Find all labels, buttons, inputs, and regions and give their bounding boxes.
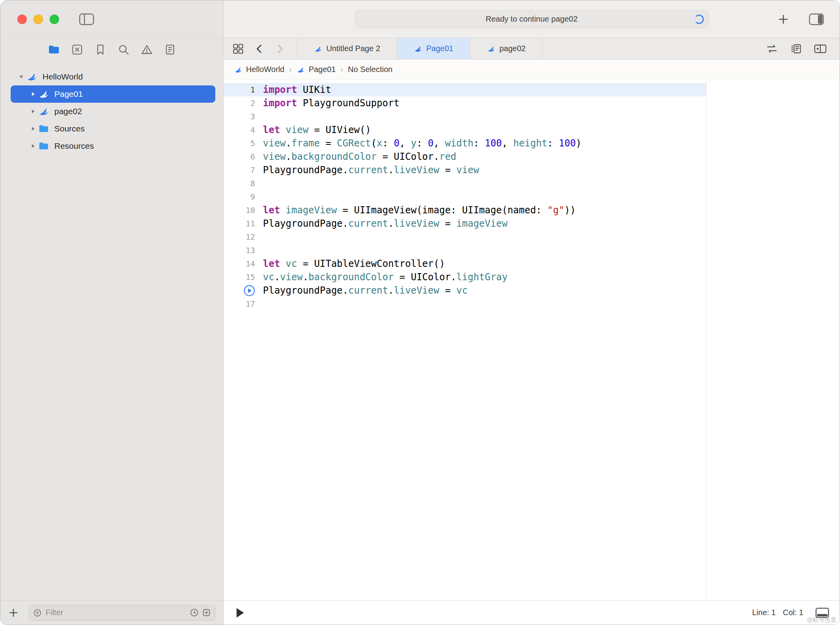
swift-page-icon (487, 44, 496, 53)
tree-item-resources[interactable]: Resources (11, 137, 215, 155)
code-line-8[interactable]: 8 (224, 177, 706, 190)
tab-bar-right-controls (766, 38, 840, 59)
run-playground-button[interactable] (235, 607, 245, 618)
line-number: 6 (224, 152, 255, 161)
line-number: 14 (224, 259, 255, 268)
swift-page-icon (414, 44, 422, 53)
run-to-line-button[interactable] (224, 285, 255, 296)
line-number: 10 (224, 205, 255, 215)
code-line-7[interactable]: 7PlaygroundPage.current.liveView = view (224, 163, 706, 177)
activity-status-pill: Ready to continue page02 (355, 10, 709, 28)
navigator-tab-strip (0, 38, 223, 61)
editor-area: Untitled Page 2Page01page02 HelloWorld›P… (224, 38, 840, 625)
disclosure-right-icon[interactable] (28, 126, 38, 132)
code-line-10[interactable]: 10let imageView = UIImageView(image: UII… (224, 203, 706, 217)
disclosure-right-icon[interactable] (28, 91, 38, 97)
line-number: 13 (224, 246, 255, 255)
line-number: 3 (224, 112, 255, 121)
swift-icon (38, 106, 51, 117)
titlebar-sidebar-section (0, 0, 224, 38)
code-text: vc.view.backgroundColor = UIColor.lightG… (255, 272, 507, 283)
swift-icon (38, 89, 51, 100)
tab-untitled-page-2[interactable]: Untitled Page 2 (297, 38, 397, 59)
filter-input[interactable] (45, 608, 187, 618)
breadcrumb-item[interactable]: Page01 (296, 65, 336, 74)
code-line-12[interactable]: 12 (224, 230, 706, 244)
flagged-items-icon[interactable] (202, 608, 211, 617)
code-line-17[interactable]: 17 (224, 297, 706, 311)
tree-item-label: page02 (54, 107, 82, 116)
tree-item-label: Resources (54, 141, 94, 151)
code-line-11[interactable]: 11PlaygroundPage.current.liveView = imag… (224, 217, 706, 230)
xsquare-navigator-button[interactable] (71, 43, 83, 56)
code-line-14[interactable]: 14let vc = UITableViewController() (224, 257, 706, 270)
code-line-3[interactable]: 3 (224, 110, 706, 123)
go-back-button[interactable] (254, 43, 265, 55)
add-playground-page-button[interactable] (777, 13, 789, 25)
code-line-1[interactable]: 1import UIKit (224, 83, 706, 96)
issues-navigator-button[interactable] (141, 43, 153, 56)
disclosure-right-icon[interactable] (28, 143, 38, 149)
code-line-6[interactable]: 6view.backgroundColor = UIColor.red (224, 150, 706, 163)
code-line-9[interactable]: 9 (224, 190, 706, 203)
progress-spinner-icon (694, 15, 704, 24)
go-forward-button[interactable] (275, 43, 285, 55)
code-text: let vc = UITableViewController() (255, 258, 445, 269)
code-text: import UIKit (255, 84, 331, 95)
tree-item-helloworld[interactable]: HelloWorld (11, 68, 215, 85)
code-text: view.backgroundColor = UIColor.red (255, 151, 456, 162)
tab-label: Untitled Page 2 (326, 44, 380, 53)
line-number: 12 (224, 232, 255, 242)
code-line-5[interactable]: 5view.frame = CGRect(x: 0, y: 0, width: … (224, 137, 706, 150)
breadcrumb-item[interactable]: HelloWorld (234, 65, 284, 74)
tree-item-page02[interactable]: page02 (11, 103, 215, 120)
editor-options-icon[interactable] (790, 43, 802, 54)
recents-clock-icon[interactable] (190, 608, 199, 617)
swift-page-icon (234, 65, 242, 74)
line-number: 2 (224, 98, 255, 108)
file-tree: HelloWorldPage01page02SourcesResources (0, 61, 223, 600)
tab-bar-left-controls (224, 38, 297, 59)
line-number: 1 (224, 85, 255, 94)
toggle-right-panel-icon[interactable] (809, 13, 824, 25)
code-line-15[interactable]: 15vc.view.backgroundColor = UIColor.ligh… (224, 270, 706, 284)
line-number: 7 (224, 165, 255, 175)
swap-editors-icon[interactable] (766, 44, 778, 54)
tree-item-page01[interactable]: Page01 (11, 85, 215, 103)
swift-icon (26, 71, 39, 82)
tab-overview-icon[interactable] (232, 43, 244, 55)
disclosure-right-icon[interactable] (28, 108, 38, 115)
add-editor-icon[interactable] (814, 43, 827, 54)
tab-bar: Untitled Page 2Page01page02 (224, 38, 840, 59)
tab-label: page02 (500, 44, 526, 53)
search-navigator-button[interactable] (117, 43, 130, 56)
add-file-button[interactable] (8, 608, 19, 618)
project-navigator-button[interactable] (48, 43, 60, 56)
minimize-window-button[interactable] (33, 15, 43, 24)
tab-page01[interactable]: Page01 (397, 38, 470, 59)
bookmark-navigator-button[interactable] (94, 43, 107, 56)
breadcrumb-label: Page01 (309, 65, 336, 74)
editor-status-bar: Line: 1 Col: 1 (224, 600, 840, 625)
tab-page02[interactable]: page02 (470, 38, 543, 59)
code-line-4[interactable]: 4let view = UIView() (224, 123, 706, 137)
breadcrumb: HelloWorld›Page01›No Selection (224, 59, 840, 80)
code-lines[interactable]: 1import UIKit2import PlaygroundSupport34… (224, 80, 707, 600)
code-line-16[interactable]: PlaygroundPage.current.liveView = vc (224, 284, 706, 297)
code-text: import PlaygroundSupport (255, 98, 400, 109)
disclosure-down-icon[interactable] (16, 74, 26, 80)
zoom-window-button[interactable] (50, 15, 59, 24)
tab-strip: Untitled Page 2Page01page02 (297, 38, 542, 59)
line-number: 4 (224, 125, 255, 135)
breadcrumb-separator: › (340, 65, 343, 74)
code-line-13[interactable]: 13 (224, 244, 706, 257)
code-line-2[interactable]: 2import PlaygroundSupport (224, 96, 706, 110)
line-number: 11 (224, 219, 255, 228)
toggle-sidebar-icon[interactable] (79, 13, 94, 25)
breadcrumb-item[interactable]: No Selection (348, 65, 392, 74)
report-navigator-button[interactable] (164, 43, 176, 56)
filter-icon (33, 608, 42, 617)
filter-field[interactable] (29, 605, 215, 621)
close-window-button[interactable] (17, 15, 27, 24)
tree-item-sources[interactable]: Sources (11, 120, 215, 137)
